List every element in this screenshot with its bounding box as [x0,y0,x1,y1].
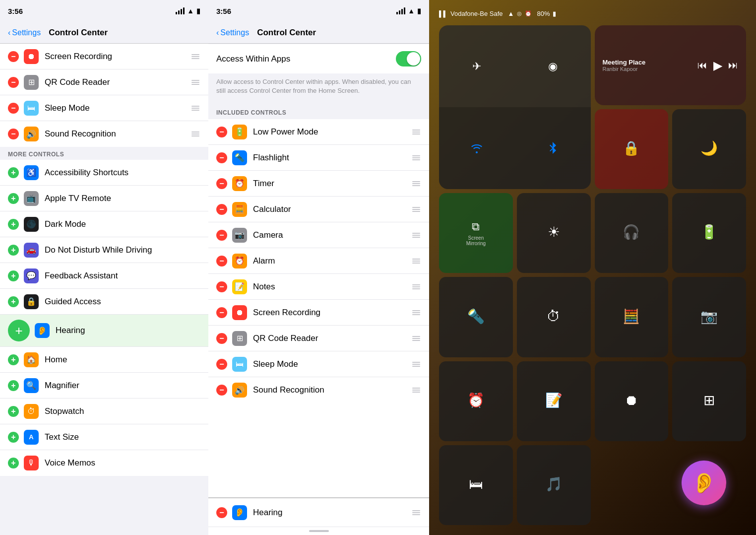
cc-sound-rec-tile[interactable]: 🎵 [517,445,591,525]
list-item[interactable]: + 🚗 Do Not Disturb While Driving [0,237,208,263]
hearing-bottom-item[interactable]: − 👂 Hearing [208,497,429,527]
cc-camera-tile[interactable]: 📷 [672,277,746,357]
list-item[interactable]: + 🌑 Dark Mode [0,211,208,237]
prev-track-icon[interactable]: ⏮ [697,60,707,71]
add-button[interactable]: + [8,406,19,417]
remove-button-hearing[interactable]: − [216,507,227,518]
list-item[interactable]: + 🎙 Voice Memos [0,450,208,476]
remove-button[interactable]: − [216,307,227,318]
remove-button[interactable]: − [216,127,227,137]
add-button[interactable]: + [8,167,19,178]
list-item[interactable]: − 🛏 Sleep Mode [0,95,208,121]
cc-alarm-tile[interactable]: ⏰ [439,361,513,441]
airplane-tile[interactable]: ✈ [439,25,515,107]
next-track-icon[interactable]: ⏭ [728,60,738,71]
drag-handle[interactable] [411,233,421,238]
cc-screen-record-tile[interactable]: ⏺ [595,361,669,441]
list-item[interactable]: − ⏰ Alarm [208,248,429,274]
cc-lock-rotation-tile[interactable]: 🔒 [595,109,669,189]
cc-qr-tile[interactable]: ⊞ [672,361,746,441]
drag-handle[interactable] [190,132,200,136]
remove-button[interactable]: − [216,333,227,344]
cc-screen-mirroring-tile[interactable]: ⧉ ScreenMirroring [439,193,513,273]
drag-handle[interactable] [411,207,421,212]
remove-button[interactable]: − [216,359,227,370]
list-item[interactable]: − 🛏 Sleep Mode [208,351,429,377]
remove-button[interactable]: − [216,230,227,241]
cc-music-tile[interactable]: Meeting Place Ranbir Kapoor ⏮ ▶ ⏭ [595,25,747,105]
cc-timer-tile[interactable]: ⏱ [517,277,591,357]
drag-handle[interactable] [411,362,421,367]
list-item[interactable]: − ⊞ QR Code Reader [0,69,208,95]
drag-handle[interactable] [411,310,421,315]
add-button[interactable]: + [8,219,19,230]
list-item[interactable]: − 🔦 Flashlight [208,145,429,171]
drag-handle[interactable] [411,284,421,289]
bluetooth-tile[interactable] [515,107,591,189]
drag-handle[interactable] [411,259,421,264]
add-button[interactable]: + [8,193,19,204]
add-button[interactable]: + [8,432,19,443]
remove-button[interactable]: − [216,204,227,215]
drag-handle[interactable] [411,181,421,186]
cc-battery-tile[interactable]: 🔋 [672,193,746,273]
drag-handle[interactable] [411,130,421,134]
remove-button[interactable]: − [8,51,19,62]
list-item[interactable]: − ⏺ Screen Recording [208,300,429,326]
remove-button[interactable]: − [8,129,19,139]
cc-connectivity-quad[interactable]: ✈ ◉ [439,25,591,189]
remove-button[interactable]: − [216,178,227,189]
list-item[interactable]: − 🔊 Sound Recognition [208,377,429,403]
cc-hearing-button[interactable]: 👂 [682,461,726,505]
add-button[interactable]: + [8,354,19,365]
drag-handle[interactable] [190,54,200,59]
cc-flashlight-tile[interactable]: 🔦 [439,277,513,357]
add-button[interactable]: + [8,296,19,307]
remove-button[interactable]: − [8,77,19,88]
drag-handle-hearing[interactable] [411,510,421,515]
list-item[interactable]: − 🧮 Calculator [208,197,429,222]
add-button[interactable]: + [8,245,19,256]
list-item[interactable]: + 💬 Feedback Assistant [0,263,208,289]
remove-button[interactable]: − [216,256,227,267]
remove-button[interactable]: − [216,281,227,292]
remove-button[interactable]: − [216,152,227,163]
cc-dnd-tile[interactable]: 🌙 [672,109,746,189]
list-item[interactable]: − ⏺ Screen Recording [0,44,208,69]
add-button[interactable]: + [8,458,19,468]
access-within-apps-row[interactable]: Access Within Apps [208,44,429,73]
list-item[interactable]: + ⏱ Stopwatch [0,399,208,424]
cc-audio-tile[interactable]: 🎧 [595,193,669,273]
list-item[interactable]: + 🔒 Guided Access [0,289,208,315]
left-scroll-area[interactable]: − ⏺ Screen Recording − ⊞ QR Code Reader … [0,44,208,535]
drag-handle[interactable] [411,336,421,341]
back-button-center[interactable]: ‹ Settings [216,28,249,37]
drag-handle[interactable] [190,80,200,85]
add-button[interactable]: + [8,380,19,391]
list-item-hearing[interactable]: + 👂 Hearing [0,315,208,347]
list-item[interactable]: − ⏰ Timer [208,171,429,197]
wifi-tile[interactable] [439,107,515,189]
list-item[interactable]: + A Text Size [0,424,208,450]
toggle-switch[interactable] [396,51,421,67]
drag-handle[interactable] [411,155,421,160]
back-label-left[interactable]: Settings [12,28,41,37]
hotspot-tile[interactable]: ◉ [515,25,591,107]
cc-notes-tile[interactable]: 📝 [517,361,591,441]
cc-sleep-tile[interactable]: 🛏 [439,445,513,525]
list-item[interactable]: − 🔊 Sound Recognition [0,121,208,147]
back-button-left[interactable]: ‹ Settings [8,28,41,37]
back-label-center[interactable]: Settings [220,28,249,37]
list-item[interactable]: + 🏠 Home [0,347,208,373]
drag-handle[interactable] [190,106,200,111]
play-pause-icon[interactable]: ▶ [713,59,722,72]
add-button[interactable]: + [8,270,19,281]
add-button-hearing[interactable]: + [8,320,30,341]
remove-button[interactable]: − [8,103,19,114]
remove-button[interactable]: − [216,385,227,396]
drag-handle[interactable] [411,388,421,393]
cc-brightness-tile[interactable]: ☀ [517,193,591,273]
list-item[interactable]: + 📺 Apple TV Remote [0,186,208,211]
list-item[interactable]: + ♿ Accessibility Shortcuts [0,160,208,186]
cc-calculator-tile[interactable]: 🧮 [595,277,669,357]
